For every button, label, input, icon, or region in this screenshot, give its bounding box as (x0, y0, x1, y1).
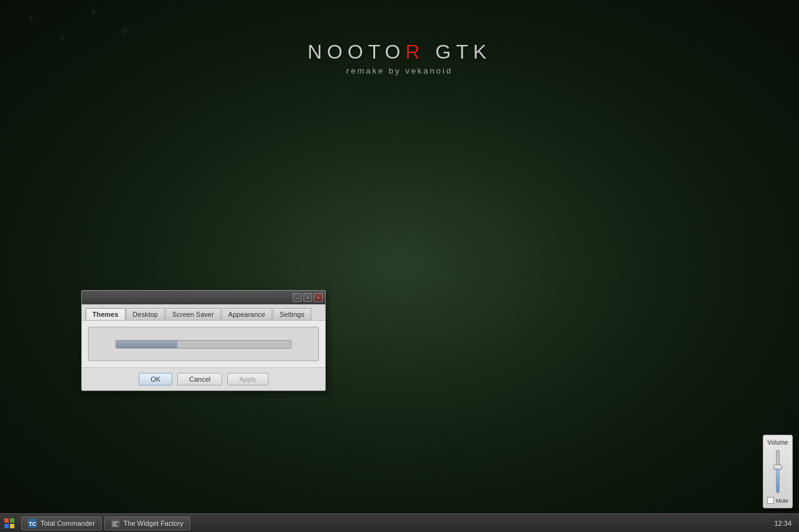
theme-progress-fill (116, 341, 177, 348)
cancel-button[interactable]: Cancel (177, 373, 222, 385)
tab-themes[interactable]: Themes (86, 308, 125, 320)
dialog-titlebar: – + × (82, 291, 325, 304)
tab-desktop[interactable]: Desktop (126, 308, 165, 320)
taskbar-item-widget-factory[interactable]: The Widget Factory (104, 516, 190, 530)
tab-bar: Themes Desktop Screen Saver Appearance S… (82, 304, 325, 321)
desktop-watermark: NOOTOR GTK remake by vekanoid (308, 41, 492, 75)
svg-rect-3 (10, 524, 14, 528)
taskbar-item-label: Total Commander (41, 520, 95, 527)
tab-appearance[interactable]: Appearance (222, 308, 272, 320)
taskbar-clock: 12:34 (767, 520, 799, 527)
dialog-content (82, 321, 325, 367)
start-icon (4, 518, 15, 529)
svg-rect-2 (4, 524, 9, 528)
close-button[interactable]: × (314, 293, 323, 302)
ok-button[interactable]: OK (139, 373, 172, 385)
desktop-background (0, 0, 799, 532)
volume-widget: Volume Mute (763, 435, 793, 508)
dialog-window: – + × Themes Desktop Screen Saver Appear… (81, 290, 326, 391)
taskbar-items: TC Total Commander The Widget Factory (19, 516, 767, 530)
mute-row: Mute (767, 497, 788, 504)
volume-label: Volume (767, 439, 788, 446)
apply-button[interactable]: Apply (227, 373, 268, 385)
volume-slider-track[interactable] (776, 450, 780, 493)
mute-label: Mute (776, 498, 788, 504)
tab-settings[interactable]: Settings (273, 308, 311, 320)
theme-progress-bar (115, 340, 292, 349)
total-commander-icon: TC (28, 519, 37, 528)
watermark-subtitle: remake by vekanoid (308, 66, 492, 75)
widget-factory-icon (111, 519, 120, 528)
svg-rect-9 (112, 525, 117, 526)
svg-rect-8 (112, 523, 116, 525)
start-button[interactable] (0, 514, 19, 533)
watermark-r: R (405, 41, 424, 63)
svg-rect-0 (4, 518, 9, 523)
volume-slider-thumb[interactable] (773, 465, 782, 470)
tab-screen-saver[interactable]: Screen Saver (165, 308, 221, 320)
minimize-button[interactable]: – (293, 293, 301, 302)
svg-rect-1 (10, 518, 14, 523)
volume-slider-fill (777, 467, 779, 493)
watermark-title: NOOTOR GTK (308, 41, 492, 64)
taskbar: TC Total Commander The Widget Factory 12… (0, 513, 799, 532)
svg-text:TC: TC (29, 521, 36, 527)
theme-preview-box (88, 327, 319, 361)
mute-checkbox[interactable] (767, 497, 774, 504)
dialog-buttons: OK Cancel Apply (82, 367, 325, 390)
taskbar-item-label: The Widget Factory (124, 520, 184, 527)
maximize-button[interactable]: + (303, 293, 312, 302)
taskbar-item-total-commander[interactable]: TC Total Commander (21, 516, 102, 530)
svg-rect-7 (112, 521, 119, 523)
